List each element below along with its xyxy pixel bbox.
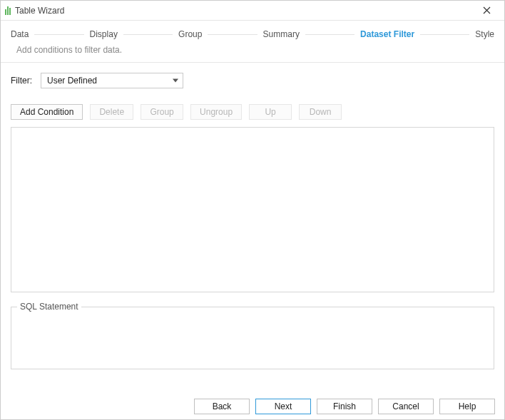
cancel-button[interactable]: Cancel bbox=[378, 399, 434, 414]
app-icon bbox=[5, 6, 11, 15]
chevron-down-icon bbox=[173, 79, 178, 83]
step-style[interactable]: Style bbox=[474, 29, 496, 39]
condition-toolbar: Add Condition Delete Group Ungroup Up Do… bbox=[11, 104, 494, 120]
help-button[interactable]: Help bbox=[439, 399, 495, 414]
add-condition-button[interactable]: Add Condition bbox=[11, 104, 83, 120]
filter-label: Filter: bbox=[11, 76, 32, 86]
ungroup-button: Ungroup bbox=[190, 104, 242, 120]
delete-button: Delete bbox=[90, 104, 133, 120]
conditions-list[interactable] bbox=[11, 127, 494, 292]
group-button: Group bbox=[141, 104, 183, 120]
filter-select-value: User Defined bbox=[47, 76, 97, 86]
sql-statement-box: SQL Statement bbox=[11, 307, 494, 369]
filter-select[interactable]: User Defined bbox=[41, 73, 183, 88]
step-description: Add conditions to filter data. bbox=[1, 41, 504, 62]
title-bar: Table Wizard bbox=[1, 1, 504, 21]
sql-statement-legend: SQL Statement bbox=[17, 302, 81, 312]
step-data[interactable]: Data bbox=[9, 29, 30, 39]
step-summary[interactable]: Summary bbox=[262, 29, 301, 39]
finish-button[interactable]: Finish bbox=[317, 399, 372, 414]
close-button[interactable] bbox=[474, 3, 499, 19]
step-dataset-filter[interactable]: Dataset Filter bbox=[359, 29, 416, 39]
step-display[interactable]: Display bbox=[88, 29, 119, 39]
window-title: Table Wizard bbox=[15, 6, 64, 16]
step-group[interactable]: Group bbox=[177, 29, 203, 39]
filter-row: Filter: User Defined bbox=[11, 73, 494, 88]
up-button: Up bbox=[249, 104, 292, 120]
close-icon bbox=[483, 6, 491, 14]
next-button[interactable]: Next bbox=[255, 399, 311, 414]
dialog-footer: Back Next Finish Cancel Help bbox=[194, 399, 495, 414]
content-area: Filter: User Defined Add Condition Delet… bbox=[1, 63, 504, 377]
down-button: Down bbox=[299, 104, 342, 120]
back-button[interactable]: Back bbox=[194, 399, 250, 414]
wizard-steps: Data Display Group Summary Dataset Filte… bbox=[1, 21, 504, 41]
